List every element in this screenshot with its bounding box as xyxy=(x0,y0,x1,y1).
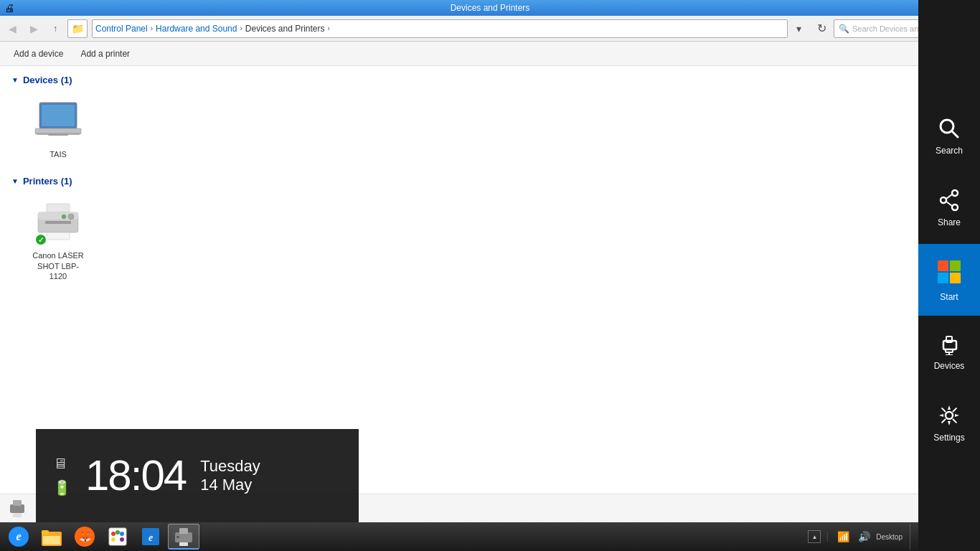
svg-text:e: e xyxy=(149,532,153,543)
clock-date-block: Tuesday 14 May xyxy=(200,457,260,495)
speaker-icon[interactable]: 🔊 xyxy=(855,528,873,545)
breadcrumb-control-panel[interactable]: Control Panel xyxy=(95,24,148,34)
ie2-icon: e xyxy=(141,527,161,547)
clock-date: 14 May xyxy=(200,476,260,494)
search-icon: 🔍 xyxy=(839,24,849,34)
taskbar-ie[interactable]: e xyxy=(3,524,34,550)
device-item-tais[interactable]: TAIS xyxy=(26,91,90,164)
taskbar-dp-icon xyxy=(174,527,194,547)
svg-point-43 xyxy=(946,412,953,419)
charm-search[interactable]: Search xyxy=(918,100,980,172)
svg-rect-14 xyxy=(13,513,22,517)
device-label-canon: Canon LASER SHOT LBP-1120 xyxy=(31,250,85,281)
charm-start[interactable]: Start xyxy=(918,244,980,316)
taskbar-explorer[interactable] xyxy=(36,524,67,550)
up-button[interactable]: ↑ xyxy=(46,19,65,38)
taskbar: e 🦊 e xyxy=(0,522,918,551)
printers-grid: ✓ Canon LASER SHOT LBP-1120 xyxy=(11,192,907,286)
printers-section-label: Printers (1) xyxy=(23,176,72,187)
svg-rect-17 xyxy=(42,530,49,534)
taskbar-devices-printers[interactable] xyxy=(168,524,199,550)
taskbar-firefox[interactable]: 🦊 xyxy=(69,524,100,550)
svg-point-34 xyxy=(941,197,946,203)
devices-section-header[interactable]: ▼ Devices (1) xyxy=(11,75,907,85)
status-bar-printer-icon xyxy=(7,499,27,519)
address-bar: ◀ ▶ ↑ 📁 Control Panel › Hardware and Sou… xyxy=(0,16,980,42)
forward-button[interactable]: ▶ xyxy=(24,19,43,38)
svg-point-24 xyxy=(120,537,124,542)
svg-rect-18 xyxy=(43,536,60,545)
svg-point-10 xyxy=(68,214,74,220)
device-label-tais: TAIS xyxy=(50,149,67,159)
svg-rect-4 xyxy=(48,134,68,136)
taskbar-paint[interactable] xyxy=(102,524,133,550)
windows-logo xyxy=(938,260,961,283)
firefox-icon: 🦊 xyxy=(75,527,95,547)
desktop-label[interactable]: Desktop xyxy=(876,533,903,541)
default-printer-badge: ✓ xyxy=(34,233,47,246)
svg-point-22 xyxy=(120,532,124,536)
charm-devices-icon xyxy=(938,332,961,355)
svg-rect-28 xyxy=(179,528,188,534)
back-button[interactable]: ◀ xyxy=(3,19,22,38)
window-icon: 🖨 xyxy=(4,2,14,14)
breadcrumb-hardware[interactable]: Hardware and Sound xyxy=(156,24,237,34)
svg-point-33 xyxy=(952,190,958,196)
dropdown-button[interactable]: ▾ xyxy=(789,19,808,38)
charm-search-label: Search xyxy=(936,146,963,156)
clock-day: Tuesday xyxy=(200,457,260,476)
show-hidden-button[interactable]: ▲ xyxy=(808,530,821,543)
devices-grid: TAIS xyxy=(11,91,907,164)
svg-point-20 xyxy=(111,532,116,536)
add-printer-button[interactable]: Add a printer xyxy=(72,44,138,64)
svg-point-21 xyxy=(116,530,120,534)
breadcrumb-current: Devices and Printers xyxy=(245,24,325,34)
charm-settings-icon xyxy=(938,404,961,427)
svg-rect-13 xyxy=(13,500,22,506)
win-logo-red xyxy=(938,260,948,271)
svg-line-37 xyxy=(946,202,952,206)
charm-share[interactable]: Share xyxy=(918,172,980,244)
svg-line-32 xyxy=(952,131,958,137)
svg-rect-29 xyxy=(179,542,188,546)
svg-rect-1 xyxy=(42,105,75,126)
clock-icons: 🖥 🔋 xyxy=(53,456,71,496)
device-icon-tais xyxy=(33,96,83,146)
win-logo-blue xyxy=(938,273,948,283)
svg-point-23 xyxy=(111,537,116,542)
win-logo-green xyxy=(950,260,961,271)
svg-rect-30 xyxy=(176,536,179,538)
network-icon[interactable]: 📶 xyxy=(834,528,852,545)
charm-settings-label: Settings xyxy=(933,433,964,443)
folder-icon: 📁 xyxy=(72,23,84,34)
charm-devices[interactable]: Devices xyxy=(918,316,980,387)
svg-line-36 xyxy=(946,194,952,199)
charm-devices-label: Devices xyxy=(934,361,965,371)
ie-icon: e xyxy=(9,527,29,547)
taskbar-ie2[interactable]: e xyxy=(135,524,166,550)
devices-arrow-icon: ▼ xyxy=(11,76,19,84)
title-bar: 🖨 Devices and Printers ─ □ ✕ xyxy=(0,0,980,16)
charm-share-label: Share xyxy=(938,217,961,227)
systray-separator: │ xyxy=(825,532,830,541)
devices-section-label: Devices (1) xyxy=(23,75,72,85)
printers-section-header[interactable]: ▼ Printers (1) xyxy=(11,176,907,187)
svg-point-35 xyxy=(952,204,958,210)
monitor-icon: 🖥 xyxy=(53,456,71,472)
clock-time: 18:04 xyxy=(85,454,186,497)
svg-rect-8 xyxy=(45,221,71,224)
charm-search-icon xyxy=(938,117,961,140)
paint-icon xyxy=(108,527,128,547)
svg-rect-40 xyxy=(946,349,953,352)
device-icon-canon: ✓ xyxy=(33,197,83,248)
charm-settings[interactable]: Settings xyxy=(918,387,980,459)
add-device-button[interactable]: Add a device xyxy=(6,44,71,64)
device-item-canon[interactable]: ✓ Canon LASER SHOT LBP-1120 xyxy=(26,192,90,286)
show-desktop-button[interactable] xyxy=(910,524,915,550)
charm-start-label: Start xyxy=(940,292,958,302)
systray: ▲ │ 📶 🔊 Desktop xyxy=(802,528,908,545)
clock-overlay: 🖥 🔋 18:04 Tuesday 14 May xyxy=(36,429,359,522)
refresh-button[interactable]: ↻ xyxy=(812,19,831,38)
breadcrumb[interactable]: Control Panel › Hardware and Sound › Dev… xyxy=(92,19,788,38)
breadcrumb-sep-3: › xyxy=(328,24,330,32)
